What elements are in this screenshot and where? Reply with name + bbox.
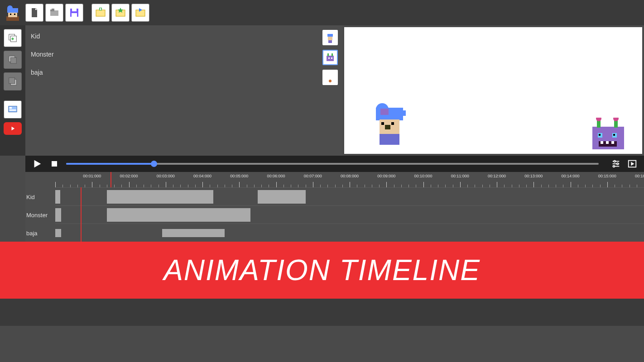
main-area: Kid Monster baja bbox=[0, 25, 644, 156]
seek-bar[interactable] bbox=[66, 163, 599, 165]
thumbnail-monster[interactable] bbox=[322, 50, 338, 65]
send-behind-button[interactable] bbox=[4, 51, 22, 69]
svg-point-43 bbox=[329, 80, 332, 82]
bring-front-button[interactable] bbox=[4, 72, 22, 90]
timeline-lane[interactable]: Kid bbox=[55, 187, 644, 205]
play-button[interactable] bbox=[32, 158, 43, 169]
svg-rect-40 bbox=[328, 57, 330, 59]
svg-rect-47 bbox=[380, 109, 389, 115]
layers-panel: Kid Monster baja bbox=[25, 25, 318, 156]
layer-row-monster[interactable]: Monster bbox=[31, 48, 312, 61]
svg-rect-61 bbox=[599, 134, 601, 136]
timeline-lanes: KidMonsterbaja bbox=[25, 187, 644, 242]
playhead[interactable] bbox=[81, 187, 82, 242]
svg-rect-11 bbox=[72, 13, 77, 17]
layer-row-baja[interactable]: baja bbox=[31, 66, 312, 79]
svg-rect-33 bbox=[327, 34, 333, 37]
svg-rect-38 bbox=[327, 53, 329, 56]
timeline-clip[interactable] bbox=[210, 208, 213, 222]
ruler-label: 00:08:000 bbox=[341, 174, 359, 178]
thumbnail-kid[interactable] bbox=[322, 30, 338, 45]
svg-point-57 bbox=[596, 118, 601, 121]
svg-rect-12 bbox=[96, 10, 105, 16]
layer-name: Monster bbox=[31, 51, 54, 58]
ruler-label: 00:13:000 bbox=[524, 174, 543, 178]
lane-name: Kid bbox=[26, 193, 53, 200]
bottom-bar bbox=[0, 299, 644, 326]
svg-rect-51 bbox=[391, 122, 394, 125]
timeline-lane[interactable]: baja bbox=[55, 224, 644, 242]
svg-rect-41 bbox=[331, 57, 332, 59]
lane-name: baja bbox=[26, 229, 53, 236]
stop-button[interactable] bbox=[49, 158, 60, 169]
timeline-clip[interactable] bbox=[258, 190, 306, 204]
fullscreen-button[interactable] bbox=[627, 158, 638, 169]
svg-marker-77 bbox=[631, 162, 634, 165]
top-toolbar bbox=[0, 0, 644, 25]
svg-rect-35 bbox=[328, 40, 332, 43]
svg-rect-46 bbox=[392, 110, 406, 116]
timeline: 00:01:00000:02:00000:03:00000:04:00000:0… bbox=[25, 172, 644, 242]
svg-rect-30 bbox=[10, 110, 16, 111]
timeline-ruler[interactable]: 00:01:00000:02:00000:03:00000:04:00000:0… bbox=[25, 172, 644, 187]
preview-canvas[interactable] bbox=[344, 27, 642, 154]
ruler-label: 00:16:000 bbox=[635, 174, 644, 178]
svg-rect-15 bbox=[100, 9, 101, 10]
svg-rect-63 bbox=[613, 134, 615, 136]
svg-rect-67 bbox=[611, 141, 614, 144]
ruler-label: 00:07:000 bbox=[304, 174, 322, 178]
svg-point-5 bbox=[7, 5, 13, 11]
transport-bar bbox=[25, 156, 644, 172]
timeline-clip[interactable] bbox=[55, 208, 61, 222]
timeline-clip[interactable] bbox=[213, 208, 250, 222]
timeline-clip[interactable] bbox=[55, 229, 61, 237]
duplicate-layer-button[interactable] bbox=[4, 29, 22, 47]
svg-rect-69 bbox=[52, 161, 57, 167]
svg-rect-8 bbox=[52, 9, 54, 10]
timeline-clip[interactable] bbox=[192, 229, 225, 237]
sprite-kid bbox=[371, 103, 412, 153]
open-file-button[interactable] bbox=[45, 4, 63, 22]
banner-text: ANIMATION TIMELINE bbox=[163, 253, 481, 287]
left-sidebar bbox=[0, 25, 25, 156]
timeline-clip[interactable] bbox=[55, 190, 60, 204]
layer-name: baja bbox=[31, 69, 43, 76]
timeline-clip[interactable] bbox=[107, 190, 214, 204]
toolbar-group-frame bbox=[91, 4, 149, 22]
play-frame-button[interactable] bbox=[131, 4, 149, 22]
save-file-button[interactable] bbox=[65, 4, 83, 22]
svg-rect-66 bbox=[606, 141, 609, 144]
ruler-label: 00:15:000 bbox=[598, 174, 616, 178]
promo-banner: ANIMATION TIMELINE bbox=[0, 242, 644, 299]
overlay-panel-button[interactable] bbox=[4, 100, 22, 119]
svg-rect-49 bbox=[385, 125, 390, 129]
svg-rect-25 bbox=[10, 57, 16, 63]
timeline-clip[interactable] bbox=[162, 229, 192, 237]
ruler-label: 00:03:000 bbox=[157, 174, 175, 178]
ruler-label: 00:09:000 bbox=[377, 174, 395, 178]
ruler-label: 00:02:000 bbox=[120, 174, 138, 178]
svg-point-59 bbox=[613, 118, 619, 121]
ruler-label: 00:14:000 bbox=[561, 174, 579, 178]
svg-rect-10 bbox=[72, 9, 77, 11]
svg-rect-37 bbox=[327, 56, 334, 61]
ruler-label: 00:11:000 bbox=[451, 174, 469, 178]
timeline-lane[interactable]: Monster bbox=[55, 205, 644, 224]
toolbar-group-file bbox=[25, 4, 83, 22]
svg-rect-53 bbox=[381, 145, 387, 150]
add-frame-button[interactable] bbox=[91, 4, 110, 22]
timeline-clip[interactable] bbox=[107, 208, 210, 222]
layer-row-kid[interactable]: Kid bbox=[31, 30, 312, 43]
transport-right-tools bbox=[610, 158, 638, 169]
settings-button[interactable] bbox=[610, 158, 621, 169]
ruler-label: 00:04:000 bbox=[193, 174, 211, 178]
svg-point-73 bbox=[614, 161, 615, 162]
new-file-button[interactable] bbox=[25, 4, 43, 22]
youtube-link-button[interactable] bbox=[4, 122, 22, 135]
thumbnail-baja[interactable] bbox=[322, 70, 338, 85]
ruler-label: 00:01:000 bbox=[83, 174, 101, 178]
star-frame-button[interactable] bbox=[111, 4, 130, 22]
sprite-monster bbox=[588, 118, 629, 154]
svg-rect-50 bbox=[381, 122, 384, 125]
app-icon bbox=[4, 4, 22, 22]
